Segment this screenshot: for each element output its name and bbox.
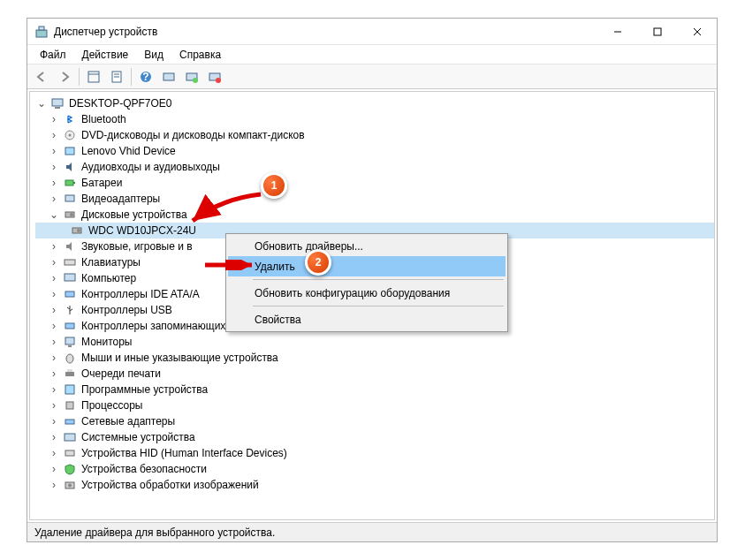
- expander-icon[interactable]: ›: [48, 113, 60, 125]
- tree-node-lenovo[interactable]: ›Lenovo Vhid Device: [35, 143, 714, 159]
- expander-icon[interactable]: ›: [48, 288, 60, 300]
- ctx-separator: [253, 306, 504, 306]
- svg-point-17: [216, 78, 221, 83]
- expander-icon[interactable]: ›: [48, 383, 60, 396]
- svg-rect-31: [65, 274, 75, 281]
- keyboard-icon: [63, 255, 77, 269]
- sound-icon: [63, 239, 77, 254]
- hid-icon: [63, 446, 77, 460]
- expander-icon[interactable]: ›: [48, 304, 60, 316]
- expander-icon[interactable]: ›: [48, 431, 60, 443]
- ctx-properties[interactable]: Свойства: [228, 309, 506, 329]
- tree-node-monitor[interactable]: ›Мониторы: [35, 334, 714, 350]
- expander-icon[interactable]: ⌄: [48, 208, 60, 221]
- scan-hardware-button[interactable]: [158, 66, 179, 87]
- maximize-button[interactable]: [637, 19, 677, 45]
- show-hide-tree-button[interactable]: [83, 66, 104, 87]
- storage-controller-icon: [63, 319, 77, 333]
- svg-rect-18: [52, 99, 63, 106]
- tree-node-mouse[interactable]: ›Мыши и иные указывающие устройства: [35, 350, 714, 366]
- menu-file[interactable]: Файл: [33, 47, 73, 63]
- expander-icon[interactable]: ›: [48, 129, 60, 141]
- tree-node-security[interactable]: ›Устройства безопасности: [35, 461, 714, 477]
- expander-icon[interactable]: ›: [48, 463, 60, 475]
- expander-icon[interactable]: ›: [48, 352, 60, 364]
- ctx-delete[interactable]: Удалить: [228, 256, 506, 276]
- expander-icon[interactable]: ›: [48, 240, 60, 253]
- tree-node-cpu[interactable]: ›Процессоры: [35, 397, 714, 413]
- close-button[interactable]: [677, 19, 717, 45]
- expander-icon[interactable]: ⌄: [35, 97, 48, 110]
- tree-node-hid[interactable]: ›Устройства HID (Human Interface Devices…: [35, 445, 714, 461]
- context-menu: Обновить драйверы... Удалить Обновить ко…: [225, 233, 508, 332]
- printer-icon: [63, 367, 77, 381]
- window-title: Диспетчер устройств: [54, 26, 597, 38]
- software-icon: [63, 382, 77, 397]
- svg-rect-3: [654, 28, 661, 35]
- expander-icon[interactable]: ›: [48, 415, 60, 428]
- tree-node-video[interactable]: ›Видеоадаптеры: [35, 191, 714, 207]
- tree-node-imaging[interactable]: ›Устройства обработки изображений: [35, 477, 714, 493]
- properties-button[interactable]: [106, 66, 127, 87]
- svg-point-27: [70, 213, 73, 216]
- update-driver-button[interactable]: [181, 66, 202, 87]
- monitor-icon: [63, 335, 77, 349]
- svg-rect-41: [65, 420, 74, 424]
- svg-rect-43: [65, 450, 74, 456]
- menu-action[interactable]: Действие: [75, 47, 136, 63]
- expander-icon[interactable]: ›: [48, 447, 60, 459]
- expander-icon[interactable]: ›: [48, 161, 60, 173]
- svg-text:?: ?: [142, 71, 148, 83]
- tree-node-sys[interactable]: ›Системные устройства: [35, 429, 714, 445]
- audio-icon: [63, 160, 77, 174]
- svg-rect-39: [65, 385, 74, 394]
- svg-rect-34: [65, 337, 74, 344]
- expander-icon[interactable]: ›: [48, 367, 60, 380]
- svg-rect-32: [65, 291, 74, 297]
- expander-icon[interactable]: ›: [48, 145, 60, 157]
- ctx-separator: [253, 279, 504, 280]
- forward-button[interactable]: [54, 66, 75, 87]
- tree-node-audio[interactable]: ›Аудиовходы и аудиовыходы: [35, 159, 714, 175]
- tree-node-dvd[interactable]: ›DVD-дисководы и дисководы компакт-диско…: [35, 127, 714, 143]
- tree-node-software[interactable]: ›Программные устройства: [35, 382, 714, 397]
- tree-root-label: DESKTOP-QPF7OE0: [67, 97, 173, 110]
- expander-icon[interactable]: ›: [48, 336, 60, 348]
- svg-rect-30: [65, 260, 75, 265]
- svg-rect-38: [67, 369, 72, 372]
- svg-rect-22: [65, 148, 74, 155]
- minimize-button[interactable]: [597, 19, 637, 45]
- uninstall-button[interactable]: [204, 66, 225, 87]
- expander-icon[interactable]: ›: [48, 399, 60, 412]
- svg-point-15: [193, 78, 198, 83]
- expander-icon[interactable]: ›: [48, 272, 60, 284]
- tree-node-disk[interactable]: ⌄Дисковые устройства: [35, 207, 714, 223]
- expander-icon[interactable]: ›: [48, 479, 60, 491]
- help-button[interactable]: ?: [135, 66, 156, 87]
- tree-node-net[interactable]: ›Сетевые адаптеры: [35, 413, 714, 429]
- svg-rect-6: [88, 72, 99, 82]
- svg-rect-13: [163, 73, 174, 80]
- menubar: Файл Действие Вид Справка: [27, 45, 717, 64]
- ctx-update-driver[interactable]: Обновить драйверы...: [228, 236, 506, 256]
- statusbar: Удаление драйвера для выбранного устройс…: [27, 522, 717, 541]
- svg-rect-25: [65, 195, 74, 201]
- system-icon: [63, 430, 77, 444]
- ctx-scan-hardware[interactable]: Обновить конфигурацию оборудования: [228, 283, 506, 303]
- expander-icon[interactable]: ›: [48, 256, 60, 269]
- expander-icon[interactable]: ›: [48, 177, 60, 189]
- tree-node-battery[interactable]: ›Батареи: [35, 175, 714, 191]
- expander-icon[interactable]: ›: [48, 320, 60, 332]
- tree-node-bluetooth[interactable]: ›Bluetooth: [35, 111, 714, 127]
- tree-root[interactable]: ⌄ DESKTOP-QPF7OE0: [35, 95, 714, 111]
- tree-node-print[interactable]: ›Очереди печати: [35, 366, 714, 382]
- menu-help[interactable]: Справка: [172, 47, 228, 63]
- toolbar-separator: [79, 68, 80, 86]
- menu-view[interactable]: Вид: [137, 47, 171, 63]
- expander-icon[interactable]: ›: [48, 193, 60, 205]
- svg-point-45: [68, 484, 72, 488]
- network-icon: [63, 414, 77, 428]
- battery-icon: [63, 176, 77, 190]
- svg-rect-1: [39, 26, 44, 30]
- back-button[interactable]: [31, 66, 52, 87]
